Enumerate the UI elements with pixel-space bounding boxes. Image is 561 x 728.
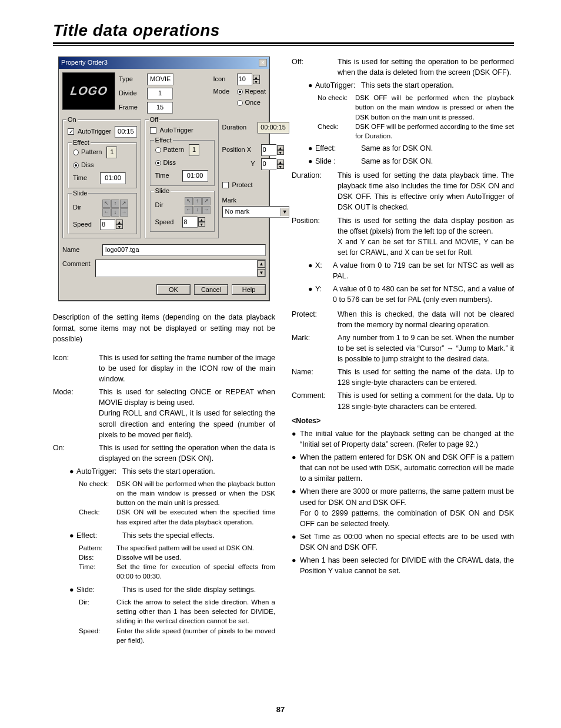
off-speed-stepper[interactable]: 8▲▼ [182, 217, 205, 228]
intro-text: Description of the setting items (depend… [53, 312, 275, 344]
protect-check[interactable] [222, 182, 229, 188]
bullet-icon: ● [69, 530, 76, 541]
mode-term: Mode: [53, 387, 99, 440]
pattern-term: Pattern: [79, 543, 116, 553]
page-title: Title data operations [53, 21, 514, 40]
mode-repeat-radio[interactable]: Repeat [237, 87, 266, 97]
position-term: Position: [292, 215, 338, 258]
scroll-down-icon[interactable]: ▼ [258, 269, 265, 277]
icon-desc: This is used for setting the frame numbe… [99, 353, 275, 384]
icon-term: Icon: [53, 353, 99, 384]
mark-label: Mark [222, 196, 289, 205]
r-nocheck-term: No check: [318, 93, 355, 121]
r-autotrigger-term: AutoTrigger: [315, 80, 361, 91]
page-number: 87 [0, 705, 561, 714]
off-autotrigger-check[interactable] [150, 127, 156, 134]
bullet-icon: ● [292, 555, 300, 576]
r-check-desc: DSK OFF will be performed according to t… [355, 122, 514, 141]
close-icon[interactable]: × [259, 59, 267, 67]
nocheck-term: No check: [79, 479, 116, 507]
on-autotrigger-check[interactable]: ✓ [68, 128, 74, 135]
bullet-icon: ● [292, 531, 300, 553]
r-nocheck-desc: DSK OFF will be performed when the playb… [355, 93, 514, 121]
slide-term: Slide: [76, 584, 122, 595]
comment-field[interactable]: ▲▼ [95, 260, 266, 277]
title-rule [53, 42, 514, 46]
note-2: When the pattern entered for DSK ON and … [300, 452, 514, 484]
on-diss-radio[interactable]: Diss [73, 161, 133, 170]
on-dir-arrows[interactable]: ↖↑↗←↓→ [102, 200, 128, 217]
speed-desc: Enter the slide speed (number of pixels … [116, 626, 275, 645]
name-desc: This is used for setting the name of the… [338, 367, 514, 388]
bullet-icon: ● [69, 584, 76, 595]
posy-stepper[interactable]: 0▲▼ [261, 158, 284, 170]
name-field[interactable]: logo007.tga [102, 244, 266, 256]
off-time-value[interactable]: 01:00 [182, 170, 208, 182]
duration-value[interactable]: 00:00:15 [258, 122, 289, 134]
r-check-term: Check: [318, 122, 355, 141]
note-5: When 1 has been selected for DIVIDE with… [300, 555, 514, 576]
mode-label: Mode [213, 87, 233, 97]
off-term: Off: [292, 56, 338, 78]
slide-desc: This is used for the slide display setti… [122, 584, 275, 595]
r-effect-term: Effect: [315, 143, 361, 154]
protect-term: Protect: [292, 309, 338, 330]
check-desc: DSK ON will be executed when the specifi… [116, 507, 275, 526]
type-value: MOVIE [147, 74, 173, 85]
icon-stepper[interactable]: 10▲▼ [237, 74, 260, 85]
logo-preview: LOGO [62, 72, 115, 110]
pattern-desc: The specified pattern will be used at DS… [116, 543, 275, 553]
note-1: The initial value for the playback setti… [300, 428, 514, 450]
x-term: X: [315, 260, 333, 281]
bullet-icon: ● [292, 486, 300, 529]
bullet-icon: ● [308, 156, 315, 167]
bullet-icon: ● [308, 260, 315, 281]
on-speed-stepper[interactable]: 8▲▼ [100, 219, 123, 231]
note-3: When there are 3000 or more patterns, th… [300, 486, 514, 529]
on-at-value[interactable]: 00:15 [115, 126, 137, 138]
on-term: On: [53, 443, 99, 464]
x-desc: A value from 0 to 719 can be set for NTS… [333, 260, 514, 281]
divide-label: Divide [119, 89, 143, 98]
type-label: Type [119, 75, 143, 84]
r-effect-desc: Same as for DSK ON. [361, 143, 514, 154]
posx-stepper[interactable]: 0▲▼ [261, 144, 284, 156]
mark-combo[interactable]: No mark▼ [222, 206, 289, 218]
off-diss-radio[interactable]: Diss [155, 158, 211, 168]
speed-term: Speed: [79, 626, 116, 645]
time-term: Time: [79, 562, 116, 581]
bullet-icon: ● [308, 80, 315, 91]
comment-term: Comment: [292, 390, 338, 411]
on-pattern-radio[interactable]: Pattern1 [73, 147, 133, 158]
duration-label: Duration [222, 123, 254, 132]
help-button[interactable]: Help [232, 284, 266, 295]
autotrigger-desc: This sets the start operation. [122, 466, 275, 477]
off-pattern-radio[interactable]: Pattern1 [155, 144, 211, 156]
cancel-button[interactable]: Cancel [194, 284, 228, 295]
r-autotrigger-desc: This sets the start operation. [361, 80, 514, 91]
on-time-value[interactable]: 01:00 [100, 172, 126, 184]
mode-once-radio[interactable]: Once [237, 98, 261, 108]
notes-heading: <Notes> [292, 415, 514, 426]
r-slide-desc: Same as for DSK ON. [361, 156, 514, 167]
diss-term: Diss: [79, 553, 116, 562]
posx-label: Position X [222, 145, 258, 155]
effect-desc: This sets the special effects. [122, 530, 275, 541]
y-desc: A value of 0 to 480 can be set for NTSC,… [333, 284, 514, 305]
mark-term: Mark: [292, 333, 338, 364]
divide-value: 1 [147, 88, 173, 99]
ok-button[interactable]: OK [156, 284, 191, 295]
dir-term: Dir: [79, 597, 116, 626]
bullet-icon: ● [308, 143, 315, 154]
frame-value: 15 [147, 102, 173, 114]
diss-desc: Dissolve will be used. [116, 553, 275, 562]
scroll-up-icon[interactable]: ▲ [258, 260, 265, 268]
logo-text: LOGO [69, 82, 109, 99]
bullet-icon: ● [69, 466, 76, 477]
check-term: Check: [79, 507, 116, 526]
name-label: Name [62, 245, 98, 255]
off-dir-arrows[interactable]: ↖↑↗←↓→ [185, 197, 211, 214]
r-slide-term: Slide : [315, 156, 361, 167]
property-dialog: Property Order3 × LOGO TypeMOVIE Divide1… [58, 56, 270, 301]
icon-label: Icon [213, 75, 233, 84]
